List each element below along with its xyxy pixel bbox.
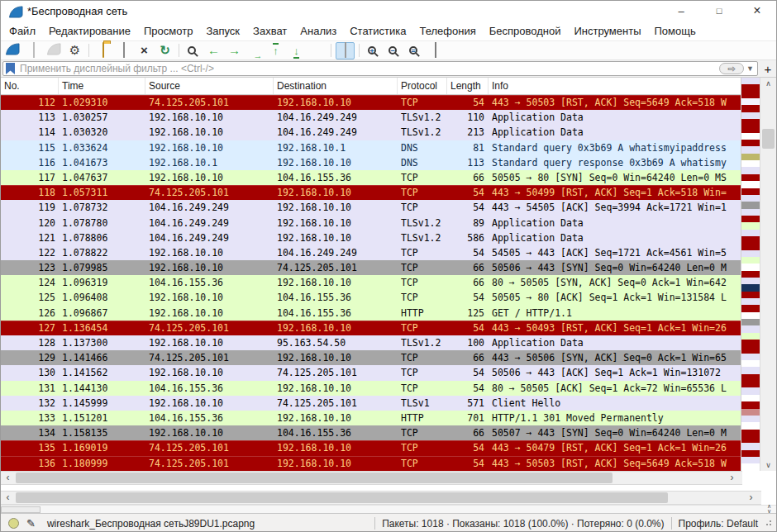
packet-row[interactable]: 1261.096867192.168.10.10104.16.155.36HTT… [1,306,741,321]
zoom-in-button[interactable]: + [364,42,383,59]
packet-row[interactable]: 1241.096319104.16.155.36192.168.10.10TCP… [1,275,741,290]
cell-source: 104.16.155.36 [145,411,274,425]
capture-options-button[interactable]: ⚙ [65,42,84,59]
menu-view[interactable]: Просмотр [137,22,199,40]
vertical-scroll-thumb[interactable] [762,129,775,149]
packet-row[interactable]: 1281.137300192.168.10.1095.163.54.50TLSv… [1,335,741,350]
column-header-source[interactable]: Source [145,78,274,94]
packet-row[interactable]: 1161.041673192.168.10.1192.168.10.10DNS1… [1,155,741,170]
maximize-button[interactable]: □ [700,1,738,21]
cell-info: 443 → 50499 [RST, ACK] Seq=1 Ack=518 Win… [489,185,741,200]
menu-edit[interactable]: Редактирование [42,22,137,40]
go-back-button[interactable]: ← [204,42,223,59]
menu-statistics[interactable]: Статистика [343,22,412,40]
scroll-up-icon[interactable]: ∧ [760,79,776,88]
hscroll-thumb[interactable] [16,473,613,483]
scroll-left-icon[interactable]: ‹ [1,492,15,504]
go-last-packet-button[interactable]: ↓ [287,42,306,59]
packet-list-hscrollbar[interactable]: ‹ › [1,471,742,485]
menu-help[interactable]: Помощь [648,22,703,40]
minimap-stripe [741,409,760,416]
packet-row[interactable]: 1181.05731174.125.205.101192.168.10.10TC… [1,185,741,200]
profile-text[interactable]: Профиль: Default [679,518,759,530]
intelligent-scrollbar-minimap[interactable] [741,78,760,471]
minimap-stripe [741,264,760,270]
cell-length: 54 [447,365,489,380]
resize-columns-button[interactable] [426,42,445,59]
packet-row[interactable]: 1141.030320192.168.10.10104.16.249.249TL… [1,125,741,140]
resize-grip-icon[interactable] [765,520,771,527]
auto-scroll-button[interactable] [307,42,327,59]
packet-row[interactable]: 1191.078732104.16.249.249192.168.10.10TC… [1,200,741,215]
capture-comment-icon[interactable]: ✎ [26,517,36,530]
vertical-scrollbar[interactable]: ∧ ∨ [760,78,776,471]
zoom-out-button[interactable]: − [384,42,403,59]
menu-file[interactable]: Файл [2,22,42,40]
go-forward-button[interactable]: → [225,42,244,59]
scroll-right-icon[interactable]: › [725,472,739,484]
go-to-packet-button[interactable]: → [245,42,265,59]
minimize-button[interactable]: – [662,1,700,21]
column-header-protocol[interactable]: Protocol [398,78,447,94]
packet-row[interactable]: 1131.030257192.168.10.10104.16.249.249TL… [1,110,741,125]
scroll-down-icon[interactable]: ∨ [760,461,776,469]
menu-capture[interactable]: Захват [246,22,293,40]
cell-no: 120 [1,216,59,230]
minimap-stripe [741,119,760,126]
scroll-left-icon[interactable]: ‹ [1,472,15,484]
start-capture-button[interactable] [3,42,22,59]
column-header-no[interactable]: No. [1,78,59,94]
menu-analyze[interactable]: Анализ [293,22,343,40]
hscroll-thumb[interactable] [16,492,668,503]
packet-row[interactable]: 1331.151201104.16.155.36192.168.10.10HTT… [1,411,741,425]
open-file-button[interactable] [93,42,112,59]
menu-wireless[interactable]: Беспроводной [483,22,568,40]
close-file-button[interactable]: × [135,42,154,59]
packet-row[interactable]: 1201.078780104.16.249.249192.168.10.10TL… [1,216,741,230]
minimap-stripe [741,346,760,353]
packet-row[interactable]: 1321.145999192.168.10.1074.125.205.101TL… [1,396,741,411]
menu-go[interactable]: Запуск [199,22,246,40]
column-header-destination[interactable]: Destination [274,78,398,94]
packet-row[interactable]: 1211.078806104.16.249.249192.168.10.10TL… [1,230,741,245]
packet-row[interactable]: 1291.14146674.125.205.101192.168.10.10TC… [1,350,741,365]
scroll-right-icon[interactable]: › [744,492,758,504]
packet-row[interactable]: 1251.096408192.168.10.10104.16.155.36TCP… [1,290,741,305]
packet-row[interactable]: 1271.13645474.125.205.101192.168.10.10TC… [1,321,741,335]
filter-bookmark-icon[interactable] [6,63,15,74]
menu-tools[interactable]: Инструменты [567,22,647,40]
find-packet-button[interactable] [184,42,203,59]
column-header-info[interactable]: Info [489,78,741,94]
apply-filter-button[interactable]: ⇨ [719,63,744,74]
restart-capture-button[interactable] [45,42,64,59]
stop-capture-button[interactable] [24,42,43,59]
packet-row[interactable]: 1171.047637192.168.10.10104.16.155.36TCP… [1,170,741,185]
normal-size-button[interactable]: = [405,42,424,59]
add-filter-button-plus[interactable]: + [761,61,775,76]
cell-info: 443 → 54505 [ACK] Seq=3994 Ack=1721 Win=… [489,200,741,215]
save-file-button[interactable] [114,42,133,59]
column-header-length[interactable]: Length [447,78,489,94]
menu-telephony[interactable]: Телефония [412,22,482,40]
cell-no: 116 [1,155,59,170]
column-header-time[interactable]: Time [59,78,145,94]
packet-row[interactable]: 1121.02931074.125.205.101192.168.10.10TC… [1,95,741,110]
go-first-packet-button[interactable]: ↑ [266,42,285,59]
packet-row[interactable]: 1221.078822192.168.10.10104.16.249.249TC… [1,245,741,260]
cell-destination: 74.125.205.101 [274,260,398,275]
close-button[interactable]: × [738,1,776,21]
reload-file-button[interactable]: ↻ [155,42,174,59]
packet-row[interactable]: 1151.033624192.168.10.10192.168.10.1DNS8… [1,140,741,155]
packet-row[interactable]: 1231.079985192.168.10.1074.125.205.101TC… [1,260,741,275]
packet-row[interactable]: 1351.16901974.125.205.101192.168.10.10TC… [1,440,741,455]
expert-info-icon[interactable] [8,518,19,529]
colorize-button[interactable] [336,42,355,59]
packet-row[interactable]: 1341.158135192.168.10.10104.16.155.36TCP… [1,425,741,440]
packet-rows: 1121.02931074.125.205.101192.168.10.10TC… [1,95,741,471]
detail-pane-hscrollbar[interactable]: ‹ › [1,491,761,505]
filter-dropdown-caret-icon[interactable]: ▼ [746,64,754,73]
packet-row[interactable]: 1301.141562192.168.10.1074.125.205.101TC… [1,365,741,380]
packet-row[interactable]: 1361.18099974.125.205.101192.168.10.10TC… [1,456,741,471]
display-filter-input[interactable] [18,62,719,75]
packet-row[interactable]: 1311.144130104.16.155.36192.168.10.10TCP… [1,381,741,396]
